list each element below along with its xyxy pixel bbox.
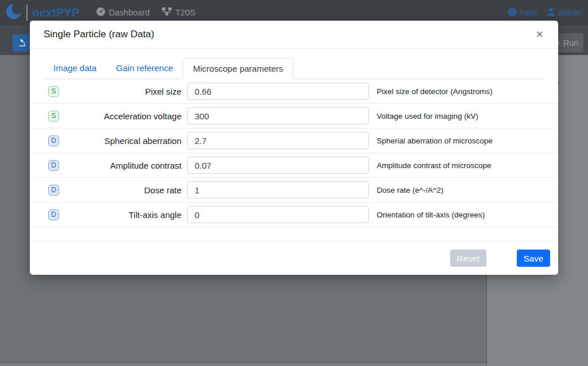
default-badge: D (48, 209, 59, 220)
modal-tabs: Image data Gain reference Microscope par… (44, 58, 544, 79)
acceleration-voltage-input[interactable] (187, 107, 369, 124)
param-row-pixel-size: S Pixel size Pixel size of detector (Ang… (30, 79, 558, 104)
screen: nextPYP Dashboard (0, 0, 588, 366)
project-diagram-icon (162, 7, 172, 18)
tab-image-data[interactable]: Image data (44, 58, 106, 79)
param-row-amplitude-contrast: D Amplitude contrast Amplitude contrast … (30, 153, 558, 178)
param-row-spherical-aberration: D Spherical aberration Spherial aberrati… (30, 129, 558, 153)
param-description: Orientation of tilt-axis (degrees) (377, 211, 485, 219)
amplitude-contrast-input[interactable] (187, 157, 369, 174)
nav-dashboard[interactable]: Dashboard (96, 7, 150, 18)
param-label: Spherical aberration (59, 136, 181, 146)
tab-gain-reference[interactable]: Gain reference (106, 58, 183, 79)
user-icon (547, 7, 555, 18)
pixel-size-input[interactable] (187, 83, 369, 100)
modal-header: Single Particle (raw Data) × (30, 21, 558, 49)
param-description: Pixel size of detector (Angstroms) (377, 87, 493, 96)
param-label: Tilt-axis angle (59, 210, 181, 220)
nav-dashboard-label: Dashboard (109, 8, 150, 17)
nav-project-t20s[interactable]: T20S (162, 7, 195, 18)
param-label: Dose rate (59, 185, 181, 195)
param-description: Voltage used for imaging (kV) (377, 112, 478, 120)
tab-microscope-parameters[interactable]: Microscope parameters (183, 58, 293, 79)
param-label: Acceleration voltage (59, 111, 181, 121)
spherical-aberration-input[interactable] (187, 132, 369, 149)
nav-user-label: admin (559, 8, 582, 17)
reset-button[interactable]: Reset (450, 250, 486, 267)
modal-title: Single Particle (raw Data) (44, 29, 154, 40)
dose-rate-input[interactable] (187, 181, 369, 198)
left-panel-footer (0, 362, 486, 366)
param-row-dose-rate: D Dose rate Dose rate (e^-/A^2) (30, 178, 558, 203)
microscope-icon (18, 38, 26, 48)
tilt-axis-angle-input[interactable] (187, 206, 369, 223)
nav-help-label: Help (520, 8, 537, 17)
single-particle-modal: Single Particle (raw Data) × Image data … (30, 21, 558, 275)
nav-project-label: T20S (175, 8, 195, 17)
nav-user-admin[interactable]: admin (547, 7, 582, 18)
run-button-label: Run (563, 38, 579, 48)
param-description: Dose rate (e^-/A^2) (377, 186, 443, 194)
dashboard-icon (96, 7, 106, 18)
param-row-tilt-axis-angle: D Tilt-axis angle Orientation of tilt-ax… (30, 203, 558, 227)
modal-footer: Reset Save (30, 241, 558, 275)
param-description: Amplitude contrast of microscope (377, 161, 492, 170)
param-label: Pixel size (59, 87, 181, 96)
brand-divider (26, 5, 28, 21)
svg-text:?: ? (510, 8, 513, 15)
default-badge: D (48, 185, 59, 196)
shared-badge: S (48, 111, 59, 122)
param-row-acceleration-voltage: S Acceleration voltage Voltage used for … (30, 104, 558, 129)
save-button[interactable]: Save (517, 250, 550, 267)
close-icon[interactable]: × (532, 27, 547, 42)
shared-badge: S (48, 86, 59, 97)
nav-help[interactable]: ? Help (508, 7, 537, 18)
default-badge: D (48, 135, 59, 146)
nextpyp-logo-icon (5, 2, 24, 24)
parameter-rows: S Pixel size Pixel size of detector (Ang… (30, 79, 558, 227)
help-icon: ? (508, 7, 517, 18)
brand-title: nextPYP (32, 6, 80, 20)
param-description: Spherial aberration of microscope (377, 137, 493, 145)
default-badge: D (48, 160, 59, 171)
param-label: Amplitude contrast (59, 161, 181, 170)
